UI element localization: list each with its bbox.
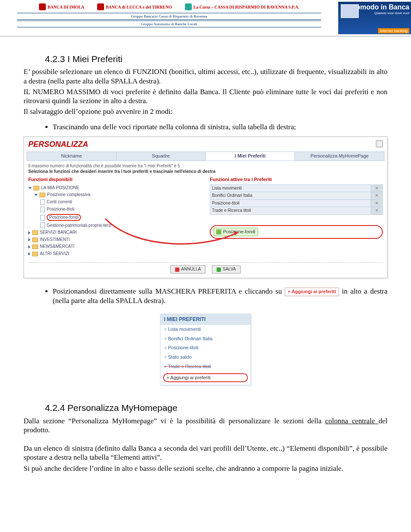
- screenshot-sidebar-widget: I MIEI PREFERITI > Lista movimenti > Bon…: [160, 314, 251, 386]
- info-text: Il massimo numero di funzionalità che è …: [24, 161, 387, 177]
- tabs: Nickname Squadre I Miei Preferiti Person…: [27, 152, 384, 161]
- para-424-1: Dalla sezione “Personalizza MyHomepage” …: [24, 416, 387, 435]
- right-col-heading: Funzioni attive tra i Preferiti: [210, 177, 383, 183]
- para-424-2: Da un elenco di sinistra (definito dalla…: [24, 444, 387, 462]
- doc-icon: [40, 223, 45, 228]
- para-424-3: Si può anche decidere l’ordine in alto e…: [24, 464, 387, 473]
- fav-link[interactable]: > Trade e Ricerca titoli: [161, 362, 250, 372]
- folder-icon: [32, 230, 38, 235]
- bullet-drag: Trascinando una delle voci riportate nel…: [53, 122, 387, 131]
- widget-title: I MIEI PREFERITI: [161, 314, 250, 325]
- active-favorites-table: Lista movimenti✕ Bonifici Ordinari Itali…: [210, 184, 383, 215]
- tab-nickname[interactable]: Nickname: [27, 152, 116, 160]
- fav-item[interactable]: Lista movimenti: [210, 184, 371, 192]
- cancel-button[interactable]: ANNULLA: [170, 265, 206, 273]
- remove-icon[interactable]: ✕: [371, 192, 383, 200]
- fav-link[interactable]: > Lista movimenti: [161, 325, 250, 334]
- remove-icon[interactable]: ✕: [371, 207, 383, 215]
- para-423-2: IL NUMERO MASSIMO di voci preferite è de…: [24, 87, 387, 106]
- highlighted-node: Posizione-fondi: [47, 214, 81, 221]
- remove-icon[interactable]: ✕: [371, 184, 383, 192]
- logo-block: BANCA DI IMOLA BANCA di LUCCA e del TIRR…: [0, 2, 338, 28]
- tagline-1: Gruppo Bancario Cassa di Risparmio di Ra…: [17, 13, 321, 20]
- doc-icon: [40, 199, 45, 205]
- folder-icon: [32, 238, 38, 242]
- page-header: BANCA DI IMOLA BANCA di LUCCA e del TIRR…: [0, 0, 411, 36]
- para-423-3: Il salvataggio dell’opzione può avvenire…: [24, 107, 387, 116]
- print-icon[interactable]: [376, 140, 383, 147]
- bullet-mask: Posizionandosi direttamente sulla MASCHE…: [53, 287, 387, 305]
- folder-icon: [32, 252, 38, 256]
- doc-icon: [40, 207, 45, 212]
- fav-link[interactable]: > Posizione-titoli: [161, 343, 250, 353]
- tab-squadre[interactable]: Squadre: [116, 152, 206, 160]
- logo-la-cassa: La Cassa – CASSA DI RISPARMIO DI RAVENNA…: [185, 3, 299, 10]
- remove-icon[interactable]: ✕: [371, 199, 383, 207]
- logo-banca-imola: BANCA DI IMOLA: [39, 3, 84, 10]
- tab-preferiti[interactable]: I Miei Preferiti: [206, 152, 295, 160]
- heading-424: 4.2.4 Personalizza MyHomepage: [45, 402, 387, 413]
- folder-icon: [33, 186, 39, 190]
- panel-title: PERSONALIZZA: [24, 137, 387, 152]
- add-favorites-button[interactable]: + Aggiungi ai preferiti: [163, 373, 248, 383]
- tagline-2: Gruppo Autonomo di Banche Locali: [17, 21, 321, 27]
- screenshot-personalizza: PERSONALIZZA Nickname Squadre I Miei Pre…: [24, 137, 387, 278]
- folder-icon: [32, 244, 38, 249]
- fav-link[interactable]: > Bonifici Ordinari Italia: [161, 334, 250, 344]
- left-col-heading: Funzioni disponibili: [28, 177, 201, 183]
- drag-icon: [216, 229, 221, 235]
- para-423-1: E’ possibile selezionare un elenco di FU…: [24, 67, 387, 86]
- folder-icon: [39, 193, 45, 197]
- fav-item[interactable]: Trade e Ricerca titoli: [210, 207, 371, 215]
- logo-banca-lucca: BANCA di LUCCA e del TIRRENO: [97, 3, 172, 10]
- internet-banking-banner: Comodo in Banca Quando vuoi dove vuoi In…: [338, 2, 411, 34]
- function-tree[interactable]: LA MIA POSIZIONE Posizione complessiva C…: [28, 184, 201, 258]
- fav-item[interactable]: Posizione-titoli: [210, 199, 371, 207]
- drop-target[interactable]: Posizione-fondi: [210, 225, 383, 239]
- tab-myhomepage[interactable]: Personalizza MyHomePage: [295, 152, 384, 160]
- add-favorites-ribbon[interactable]: + Aggiungi ai preferiti: [285, 288, 339, 296]
- fav-link[interactable]: > Stato saldo: [161, 353, 250, 362]
- save-button[interactable]: SALVA: [212, 265, 241, 273]
- heading-423: 4.2.3 I Miei Preferiti: [45, 53, 387, 65]
- fav-item[interactable]: Bonifici Ordinari Italia: [210, 192, 371, 200]
- doc-icon: [40, 215, 45, 220]
